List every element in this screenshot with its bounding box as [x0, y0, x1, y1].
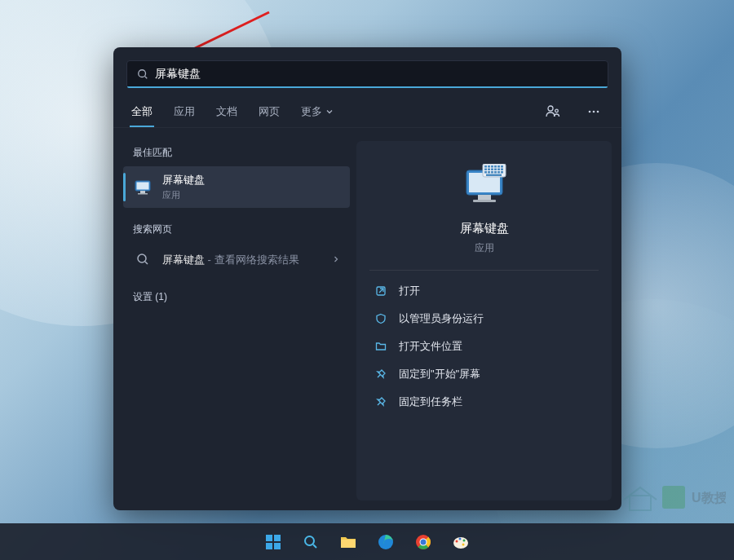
svg-point-5 — [555, 109, 559, 112]
svg-rect-34 — [491, 171, 493, 174]
tab-web[interactable]: 网页 — [257, 96, 281, 127]
svg-rect-32 — [484, 171, 487, 174]
svg-rect-59 — [630, 496, 651, 510]
svg-rect-33 — [488, 171, 490, 174]
search-box-container — [113, 47, 621, 96]
result-title: 屏幕键盘 — [162, 173, 340, 187]
svg-rect-24 — [497, 165, 500, 168]
web-result-prefix: 屏幕键盘 — [162, 254, 205, 266]
svg-point-57 — [463, 539, 466, 541]
svg-rect-20 — [484, 165, 487, 168]
pin-icon — [374, 368, 387, 381]
tab-all[interactable]: 全部 — [130, 96, 154, 127]
result-text: 屏幕键盘 应用 — [162, 173, 340, 201]
pin-icon — [374, 395, 387, 408]
taskbar-explorer[interactable] — [333, 527, 364, 558]
action-run-admin[interactable]: 以管理员身份运行 — [369, 305, 599, 333]
tab-more[interactable]: 更多 — [299, 96, 335, 127]
action-label: 打开 — [399, 284, 420, 298]
search-icon — [137, 68, 148, 80]
svg-rect-38 — [486, 174, 502, 177]
svg-point-13 — [138, 254, 146, 262]
action-pin-start[interactable]: 固定到"开始"屏幕 — [369, 360, 599, 388]
svg-rect-42 — [274, 535, 281, 541]
svg-rect-26 — [484, 169, 487, 171]
open-icon — [374, 284, 387, 298]
svg-point-55 — [456, 540, 458, 542]
svg-rect-28 — [491, 169, 493, 171]
section-settings[interactable]: 设置 (1) — [123, 285, 350, 307]
chevron-right-icon — [332, 252, 340, 267]
tab-documents[interactable]: 文档 — [214, 96, 239, 127]
admin-icon — [374, 312, 387, 325]
preview-subtitle: 应用 — [369, 241, 599, 255]
preview-title: 屏幕键盘 — [369, 221, 599, 236]
taskbar-paint[interactable] — [445, 527, 476, 558]
taskbar-edge[interactable] — [370, 527, 401, 558]
result-best-match[interactable]: 屏幕键盘 应用 — [123, 166, 350, 208]
svg-point-8 — [597, 111, 599, 113]
svg-line-3 — [145, 77, 148, 79]
svg-point-56 — [459, 537, 462, 540]
svg-rect-31 — [501, 169, 503, 171]
svg-rect-30 — [497, 169, 500, 171]
svg-line-40 — [379, 289, 383, 293]
action-open-location[interactable]: 打开文件位置 — [369, 333, 599, 360]
result-text: 屏幕键盘 - 查看网络搜索结果 — [162, 252, 322, 267]
search-input[interactable] — [155, 68, 598, 81]
content-area: 最佳匹配 屏幕键盘 应用 搜索网页 — [113, 128, 621, 510]
account-icon[interactable] — [542, 100, 564, 123]
preview-column: 屏幕键盘 应用 打开 以管理员身份运行 打开文件位置 — [356, 141, 612, 500]
chevron-down-icon — [325, 108, 334, 116]
svg-point-6 — [589, 111, 591, 113]
svg-rect-41 — [266, 535, 272, 541]
watermark-logo: U教授 — [620, 479, 726, 519]
more-options-icon[interactable] — [582, 100, 605, 123]
taskbar-search[interactable] — [295, 527, 326, 558]
svg-rect-60 — [662, 486, 685, 509]
svg-rect-11 — [140, 191, 145, 193]
svg-rect-10 — [137, 182, 149, 189]
tab-apps[interactable]: 应用 — [172, 96, 197, 127]
svg-rect-23 — [494, 165, 497, 168]
section-search-web: 搜索网页 — [123, 218, 350, 243]
svg-rect-36 — [497, 171, 500, 174]
svg-rect-21 — [488, 165, 490, 168]
search-panel: 全部 应用 文档 网页 更多 最佳匹配 — [113, 47, 621, 510]
svg-rect-27 — [488, 169, 490, 171]
section-best-match: 最佳匹配 — [123, 141, 350, 166]
svg-rect-18 — [473, 200, 496, 202]
svg-point-7 — [593, 111, 595, 113]
result-subtitle: 应用 — [162, 189, 340, 201]
svg-rect-25 — [501, 165, 503, 168]
app-icon — [133, 178, 153, 197]
search-icon — [133, 249, 153, 269]
results-column: 最佳匹配 屏幕键盘 应用 搜索网页 — [123, 141, 350, 500]
action-label: 打开文件位置 — [399, 339, 462, 354]
tabs-row: 全部 应用 文档 网页 更多 — [113, 96, 621, 128]
action-pin-taskbar[interactable]: 固定到任务栏 — [369, 388, 599, 416]
svg-rect-29 — [494, 169, 497, 171]
result-web-search[interactable]: 屏幕键盘 - 查看网络搜索结果 — [123, 243, 350, 276]
action-open[interactable]: 打开 — [369, 277, 599, 305]
svg-line-14 — [145, 262, 148, 264]
svg-rect-43 — [266, 543, 272, 549]
svg-text:U教授: U教授 — [692, 491, 726, 505]
taskbar — [0, 523, 734, 560]
svg-rect-47 — [341, 540, 356, 548]
taskbar-chrome[interactable] — [408, 527, 439, 558]
action-label: 固定到任务栏 — [399, 395, 462, 409]
svg-rect-35 — [494, 171, 497, 174]
start-button[interactable] — [258, 527, 289, 558]
svg-line-46 — [313, 545, 316, 548]
svg-point-2 — [139, 70, 146, 77]
svg-point-53 — [421, 539, 427, 545]
svg-rect-22 — [491, 165, 493, 168]
folder-icon — [374, 340, 387, 353]
svg-rect-17 — [478, 195, 491, 200]
tab-more-label: 更多 — [301, 104, 322, 119]
search-box[interactable] — [126, 60, 608, 88]
svg-point-58 — [462, 543, 465, 545]
svg-rect-44 — [274, 543, 281, 549]
divider — [369, 270, 599, 271]
